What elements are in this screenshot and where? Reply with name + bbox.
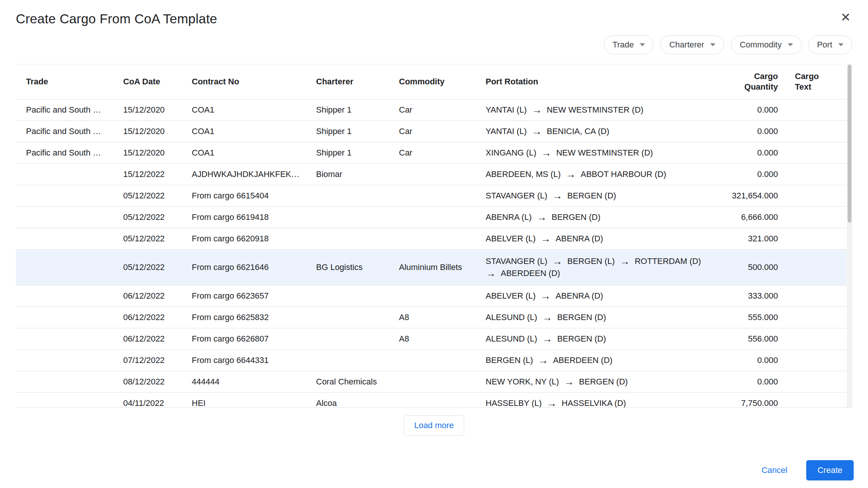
cell-cargo-text [795,358,847,363]
cell-commodity [399,294,486,298]
cell-contract-no: From cargo 6621646 [192,260,316,274]
cell-trade: Pacific and South … [16,124,123,139]
cell-trade [16,215,123,220]
cell-cargo-quantity: 0.000 [723,375,795,389]
chevron-down-icon [788,43,793,46]
port-name: ABELVER (L) [486,234,536,244]
table-row[interactable]: 08/12/2022 444444 Coral Chemicals NEW YO… [16,371,847,393]
cell-commodity [399,172,486,177]
cell-trade [16,380,123,384]
create-cargo-modal: Create Cargo From CoA Template ✕ Trade C… [0,0,868,436]
port-name: NEW WESTMINSTER (D) [547,105,643,115]
modal-footer: Cancel Create [759,460,854,480]
cell-cargo-quantity: 6,666.000 [723,210,795,224]
arrow-right-icon: → [620,257,630,265]
create-button[interactable]: Create [806,460,854,480]
cell-port-rotation: ABELVER (L)→ABENRA (D) [486,289,723,303]
table-row[interactable]: 05/12/2022 From cargo 6615404 STAVANGER … [16,185,847,207]
port-leg: →ABENRA (D) [541,291,603,301]
port-name: STAVANGER (L) [486,256,547,266]
cell-port-rotation: YANTAI (L)→NEW WESTMINSTER (D) [486,103,723,117]
table-row[interactable]: 06/12/2022 From cargo 6626807 A8 ALESUND… [16,328,847,350]
cell-charterer [316,236,399,241]
filter-charterer-dropdown[interactable]: Charterer [660,35,724,54]
cell-cargo-text [795,129,847,134]
table-row[interactable]: 05/12/2022 From cargo 6621646 BG Logisti… [16,250,847,285]
cell-commodity: A8 [399,310,486,325]
port-name: BERGEN (D) [557,313,606,322]
table-body: Pacific and South … 15/12/2020 COA1 Ship… [16,99,847,408]
cell-cargo-text [795,215,847,220]
cell-trade [16,265,123,270]
cell-coa-date: 06/12/2022 [123,332,192,346]
column-header-trade: Trade [16,76,123,87]
cell-charterer: Biomar [316,167,399,181]
table-row[interactable]: Pacific and South … 15/12/2020 COA1 Ship… [16,121,847,142]
table-row[interactable]: 06/12/2022 From cargo 6623657 ABELVER (L… [16,285,847,307]
column-header-coa-date: CoA Date [123,76,192,87]
port-name: ABERDEEN (D) [553,355,613,365]
arrow-right-icon: → [486,269,496,278]
cell-contract-no: From cargo 6626807 [192,332,316,346]
table-header-row: Trade CoA Date Contract No Charterer Com… [16,64,847,99]
cell-charterer [316,358,399,363]
cancel-button[interactable]: Cancel [759,462,789,479]
cell-charterer: Shipper 1 [316,103,399,117]
cell-coa-date: 04/11/2022 [123,396,192,408]
cell-trade [16,315,123,320]
table-row[interactable]: 05/12/2022 From cargo 6619418 ABENRA (L)… [16,207,847,228]
cell-coa-date: 05/12/2022 [123,210,192,224]
column-header-charterer: Charterer [316,76,399,87]
cell-commodity [399,358,486,363]
port-leg: →ABBOT HARBOUR (D) [565,169,666,179]
cell-commodity: Car [399,103,486,117]
arrow-right-icon: → [552,257,562,265]
cell-coa-date: 15/12/2022 [123,167,192,181]
port-name: YANTAI (L) [486,127,527,136]
filter-port-dropdown[interactable]: Port [808,35,852,54]
cell-charterer: Alcoa [316,396,399,408]
filter-trade-dropdown[interactable]: Trade [604,35,654,54]
port-name: HASSELVIKA (D) [562,398,626,408]
cell-coa-date: 06/12/2022 [123,289,192,303]
table-row[interactable]: 04/11/2022 HEI Alcoa HASSELBY (L)→HASSEL… [16,393,847,408]
arrow-right-icon: → [536,213,547,221]
port-leg: →ABERDEEN (D) [538,355,613,365]
table-row[interactable]: Pacific and South … 15/12/2020 COA1 Ship… [16,99,847,121]
close-icon[interactable]: ✕ [838,9,853,26]
table-row[interactable]: 05/12/2022 From cargo 6620918 ABELVER (L… [16,228,847,250]
port-leg: →HASSELVIKA (D) [547,398,626,408]
cell-contract-no: From cargo 6620918 [192,232,316,246]
cell-commodity [399,215,486,220]
cell-cargo-text [795,151,847,155]
cell-charterer [316,215,399,220]
chevron-down-icon [838,43,844,46]
cell-contract-no: AJDHWKAJHDKJAHKFEK… [192,167,316,181]
cell-port-rotation: XINGANG (L)→NEW WESTMINSTER (D) [486,146,723,160]
port-leg: →ABENRA (D) [541,234,603,244]
cell-commodity: Car [399,124,486,139]
cell-cargo-quantity: 556.000 [723,332,795,346]
table-row[interactable]: 07/12/2022 From cargo 6644331 BERGEN (L)… [16,350,847,371]
port-name: ABERDEEN (D) [501,268,560,278]
port-name: XINGANG (L) [486,148,536,158]
port-leg: →NEW WESTMINSTER (D) [541,148,653,158]
cell-coa-date: 05/12/2022 [123,232,192,246]
table-row[interactable]: Pacific and South … 15/12/2020 COA1 Ship… [16,142,847,164]
cell-port-rotation: STAVANGER (L)→BERGEN (L)→ROTTERDAM (D)→A… [486,254,723,281]
cell-cargo-quantity: 0.000 [723,353,795,368]
cell-trade [16,358,123,363]
cell-contract-no: COA1 [192,124,316,139]
scrollbar-thumb[interactable] [848,65,851,223]
cell-cargo-text [795,294,847,298]
cell-trade: Pacific and South … [16,103,123,117]
cell-port-rotation: ABERDEEN, MS (L)→ABBOT HARBOUR (D) [486,167,723,181]
cell-trade [16,294,123,298]
vertical-scrollbar[interactable] [847,64,852,407]
table-row[interactable]: 15/12/2022 AJDHWKAJHDKJAHKFEK… Biomar AB… [16,164,847,185]
cell-port-rotation: NEW YORK, NY (L)→BERGEN (D) [486,375,723,389]
filter-commodity-dropdown[interactable]: Commodity [731,35,801,54]
load-more-button[interactable]: Load more [404,415,464,436]
table-row[interactable]: 06/12/2022 From cargo 6625832 A8 ALESUND… [16,307,847,328]
port-name: ALESUND (L) [486,334,537,344]
